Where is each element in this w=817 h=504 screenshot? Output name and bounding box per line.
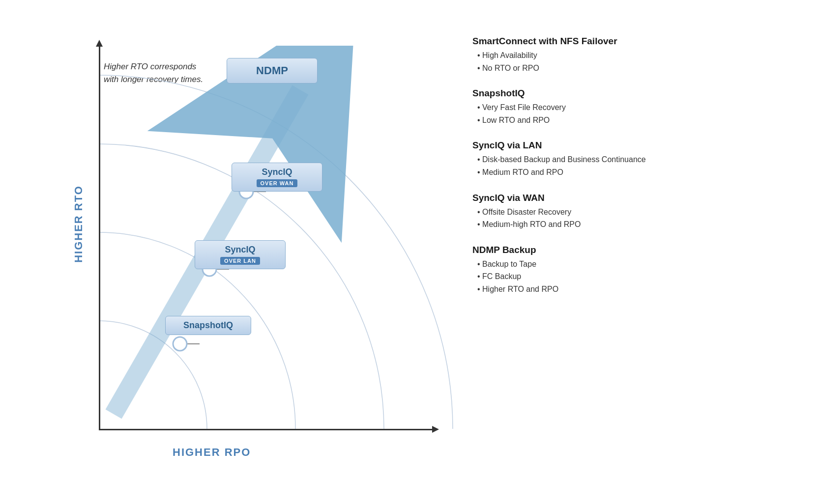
label-x: HIGHER RPO	[173, 446, 251, 459]
ndmp-box: NDMP	[227, 58, 318, 84]
diagram-area: Higher RTO corresponds with longer recov…	[35, 31, 458, 473]
legend-smartconnect-item-2: No RTO or RPO	[472, 62, 782, 75]
snapshotiq-box: SnapshotIQ	[165, 316, 251, 335]
legend-area: SmartConnect with NFS Failover High Avai…	[458, 31, 782, 309]
legend-smartconnect: SmartConnect with NFS Failover High Avai…	[472, 36, 782, 74]
label-y: HIGHER RTO	[72, 185, 85, 263]
legend-smartconnect-title: SmartConnect with NFS Failover	[472, 36, 782, 47]
axis-x	[99, 429, 433, 430]
svg-point-4	[173, 337, 187, 351]
legend-snapshotiq-item-1: Very Fast File Recovery	[472, 101, 782, 114]
synciq-wan-label: SyncIQ	[240, 167, 314, 177]
synciq-lan-box: SyncIQ OVER LAN	[195, 240, 286, 269]
legend-synciq-wan-title: SyncIQ via WAN	[472, 193, 782, 203]
legend-synciq-lan: SyncIQ via LAN Disk-based Backup and Bus…	[472, 140, 782, 178]
synciq-lan-label: SyncIQ	[203, 245, 277, 255]
legend-ndmp-item-3: Higher RTO and RPO	[472, 283, 782, 296]
legend-snapshotiq-item-2: Low RTO and RPO	[472, 114, 782, 127]
synciq-wan-sub: OVER WAN	[257, 179, 298, 187]
legend-synciq-lan-item-1: Disk-based Backup and Business Continuan…	[472, 153, 782, 166]
legend-ndmp-item-2: FC Backup	[472, 270, 782, 283]
legend-snapshotiq: SnapshotIQ Very Fast File Recovery Low R…	[472, 88, 782, 126]
legend-ndmp: NDMP Backup Backup to Tape FC Backup Hig…	[472, 245, 782, 296]
legend-synciq-lan-item-2: Medium RTO and RPO	[472, 166, 782, 179]
legend-snapshotiq-title: SnapshotIQ	[472, 88, 782, 99]
legend-synciq-lan-title: SyncIQ via LAN	[472, 140, 782, 151]
legend-smartconnect-item-1: High Availability	[472, 49, 782, 62]
synciq-wan-box: SyncIQ OVER WAN	[232, 163, 322, 192]
legend-ndmp-title: NDMP Backup	[472, 245, 782, 255]
snapshotiq-label: SnapshotIQ	[174, 320, 243, 331]
legend-synciq-wan-item-1: Offsite Disaster Recovery	[472, 206, 782, 219]
main-container: Higher RTO corresponds with longer recov…	[25, 16, 792, 488]
legend-synciq-wan: SyncIQ via WAN Offsite Disaster Recovery…	[472, 193, 782, 231]
legend-ndmp-item-1: Backup to Tape	[472, 258, 782, 271]
ndmp-label: NDMP	[237, 64, 307, 77]
axis-y	[99, 46, 100, 429]
synciq-lan-sub: OVER LAN	[220, 257, 260, 265]
legend-synciq-wan-item-2: Medium-high RTO and RPO	[472, 218, 782, 231]
